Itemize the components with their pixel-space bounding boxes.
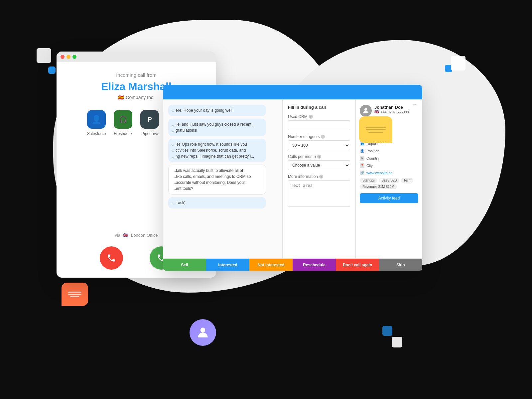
message-bubble-orange [62, 283, 88, 306]
contact-name: Jonathan Doe [374, 105, 409, 110]
tag-saas: SaaS B2B [379, 178, 399, 183]
incoming-label: Incoming call from [116, 72, 157, 78]
integration-pipedrive: P Pipedrive [140, 110, 159, 136]
salesforce-icon: 👤 [87, 110, 106, 129]
uk-flag-small: 🇬🇧 [374, 110, 379, 114]
calls-per-month-select[interactable]: Choose a value [288, 160, 350, 170]
edit-icon[interactable]: ✏ [413, 102, 419, 108]
caller-name: Eliza Marshall [101, 80, 172, 93]
more-info-textarea[interactable] [288, 180, 350, 207]
chat-bubble-3: ...les Ops role right now. It sounds lik… [168, 139, 266, 162]
used-crm-info[interactable]: i [309, 115, 313, 119]
msg-line-y2 [366, 129, 386, 130]
via-row: via 🇬🇧 London Office [115, 233, 158, 238]
titlebar-dot-green [72, 55, 76, 59]
contact-info-block: Jonathan Doe 🇬🇧 +44 0797 555999 [374, 105, 409, 114]
tag-revenues: Revenues $1M-$10M [360, 184, 397, 189]
pipedrive-label: Pipedrive [141, 131, 158, 136]
msg-line-2 [68, 294, 81, 295]
call-buttons [100, 246, 173, 270]
deco-square-2 [48, 66, 56, 74]
website-row: 🔗 www.website.cc [360, 171, 418, 175]
person-icon: 👤 [360, 149, 364, 153]
caller-company: 🇪🇸 Company Inc. [118, 95, 154, 100]
num-agents-info[interactable]: i [321, 135, 325, 139]
contact-tags: Startups SaaS B2B Tech Revenues $1M-$10M [360, 178, 418, 189]
action-bar: Sell Interested Not interested Reschedul… [163, 258, 422, 271]
freshdesk-icon: 🎧 [114, 110, 132, 129]
crm-window: ...ere. Hope your day is going well! ...… [163, 85, 422, 271]
avatar-person [190, 319, 216, 346]
integration-freshdesk: 🎧 Freshdesk [114, 110, 132, 136]
flag-info-icon: 🏳 [360, 156, 364, 161]
salesforce-label: Salesforce [87, 131, 106, 136]
not-interested-button[interactable]: Not interested [249, 259, 293, 271]
titlebar-dot-red [61, 55, 65, 59]
crm-header [163, 85, 422, 99]
office-label: London Office [131, 233, 158, 238]
num-agents-label: Number of agents i [288, 134, 350, 139]
more-info-info[interactable]: i [319, 175, 323, 179]
svg-point-2 [200, 328, 205, 332]
used-crm-input[interactable] [288, 120, 350, 130]
message-bubble-yellow [359, 116, 392, 143]
sell-button[interactable]: Sell [163, 259, 206, 271]
msg-line-y1 [366, 127, 386, 128]
chat-bubble-2: ...ile, and I just saw you guys closed a… [168, 119, 266, 136]
tag-startups: Startups [360, 178, 377, 183]
msg-line-3 [70, 296, 79, 297]
titlebar-dot-yellow [66, 55, 70, 59]
deco-square-6 [392, 337, 402, 347]
tag-tech: Tech [401, 178, 413, 183]
used-crm-label: Used CRM i [288, 114, 350, 119]
deco-square-4 [451, 56, 466, 70]
chat-bubble-4: ...talk was actually built to alleviate … [168, 165, 266, 195]
country-row: 🏳 Country [360, 156, 418, 161]
reschedule-button[interactable]: Reschedule [293, 259, 336, 271]
chat-bubble-1: ...ere. Hope your day is going well! [168, 105, 266, 116]
flag-icon: 🇪🇸 [118, 95, 124, 100]
calls-per-month-label: Calls per month i [288, 154, 350, 159]
skip-button[interactable]: Skip [379, 259, 422, 271]
fill-panel: Fill in during a call Used CRM i Number … [283, 99, 356, 271]
decline-button[interactable] [100, 246, 123, 270]
position-row: 👤 Position [360, 149, 418, 153]
location-icon: 📍 [360, 163, 364, 168]
chat-bubble-5: ...r ask). [168, 197, 266, 208]
pipedrive-icon: P [140, 110, 159, 129]
scene: Incoming call from Eliza Marshall 🇪🇸 Com… [0, 0, 532, 399]
deco-square-1 [37, 48, 51, 63]
contact-phone: 🇬🇧 +44 0797 555999 [374, 110, 409, 114]
activity-feed-button[interactable]: Activity feed [360, 193, 418, 203]
fill-panel-title: Fill in during a call [288, 105, 350, 110]
dont-call-again-button[interactable]: Don't call again [336, 259, 379, 271]
contact-header: Jonathan Doe 🇬🇧 +44 0797 555999 [360, 105, 418, 117]
svg-point-0 [364, 108, 367, 111]
contact-avatar [360, 105, 372, 117]
calls-info[interactable]: i [317, 155, 321, 159]
more-info-label: More information i [288, 174, 350, 179]
deco-square-5 [382, 326, 392, 336]
link-icon: 🔗 [360, 171, 364, 175]
chat-area: ...ere. Hope your day is going well! ...… [163, 99, 283, 271]
interested-button[interactable]: Interested [206, 259, 249, 271]
uk-flag-icon: 🇬🇧 [123, 233, 128, 238]
msg-line-y3 [368, 132, 383, 133]
city-row: 📍 City [360, 163, 418, 168]
freshdesk-label: Freshdesk [114, 131, 132, 136]
msg-line-1 [68, 292, 81, 293]
integration-salesforce: 👤 Salesforce [87, 110, 106, 136]
num-agents-select[interactable]: 50 – 100 [288, 140, 350, 150]
titlebar [57, 52, 216, 62]
